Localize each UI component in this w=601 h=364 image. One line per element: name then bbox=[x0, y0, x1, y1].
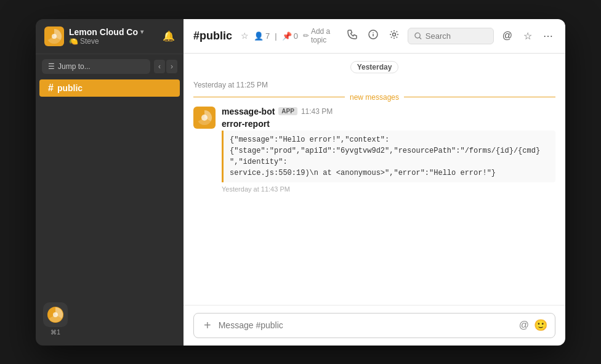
day-divider: Yesterday bbox=[184, 54, 565, 81]
messages-area[interactable]: Yesterday Yesterday at 11:25 PM new mess… bbox=[184, 54, 565, 305]
sender-name: message-bot bbox=[222, 107, 275, 116]
workspace-logo bbox=[44, 26, 64, 46]
gear-icon bbox=[389, 30, 399, 39]
message-time: 11:43 PM bbox=[301, 107, 333, 116]
message-add-button[interactable]: + bbox=[201, 318, 214, 333]
divider-timestamp: Yesterday at 11:25 PM bbox=[184, 81, 565, 93]
channel-header: #public ☆ 👤 7 | 📌 0 ✏ Add a topic bbox=[184, 19, 565, 54]
app-logo-icon bbox=[47, 306, 64, 323]
add-topic-button[interactable]: ✏ Add a topic bbox=[303, 27, 333, 44]
message-input-box: + @ 🙂 bbox=[193, 313, 555, 338]
header-actions-left: ☆ 👤 7 | 📌 0 ✏ Add a topic bbox=[241, 27, 333, 44]
new-messages-label: new messages bbox=[350, 93, 399, 102]
jump-to-label: Jump to... bbox=[58, 62, 91, 71]
svg-point-3 bbox=[53, 312, 58, 317]
svg-line-9 bbox=[419, 37, 421, 39]
member-icon: 👤 bbox=[254, 31, 264, 41]
channel-title: #public bbox=[193, 30, 232, 42]
pin-count-label: 📌 0 bbox=[282, 31, 298, 41]
info-icon bbox=[368, 30, 378, 39]
jump-to-row: ☰ Jump to... ‹ › bbox=[36, 54, 184, 79]
search-input[interactable] bbox=[426, 31, 487, 41]
bookmark-button[interactable]: ☆ bbox=[521, 28, 534, 44]
main-content: #public ☆ 👤 7 | 📌 0 ✏ Add a topic bbox=[184, 19, 565, 346]
sidebar: Lemon Cloud Co ▾ 🍋 Steve 🔔 ☰ Jump to... … bbox=[36, 19, 184, 346]
more-button[interactable]: ⋯ bbox=[541, 28, 555, 44]
info-button[interactable] bbox=[366, 27, 381, 44]
svg-point-6 bbox=[373, 32, 374, 33]
app-icon[interactable] bbox=[43, 302, 68, 327]
message-footer-timestamp: Yesterday at 11:43 PM bbox=[222, 185, 555, 193]
avatar bbox=[193, 107, 216, 129]
pin-icon: 📌 bbox=[282, 31, 292, 41]
nav-prev-button[interactable]: ‹ bbox=[154, 60, 165, 73]
search-box[interactable] bbox=[408, 28, 494, 44]
sidebar-item-public[interactable]: # public bbox=[39, 79, 180, 97]
phone-button[interactable] bbox=[345, 27, 360, 44]
new-messages-divider: new messages bbox=[193, 93, 555, 102]
jump-to-button[interactable]: ☰ Jump to... bbox=[42, 59, 150, 74]
workspace-logo-icon bbox=[46, 28, 63, 45]
search-icon bbox=[414, 32, 422, 40]
app-shortcut-label: ⌘1 bbox=[50, 329, 60, 336]
svg-point-1 bbox=[52, 34, 57, 39]
edit-icon: ✏ bbox=[303, 31, 309, 40]
workspace-name[interactable]: Lemon Cloud Co ▾ bbox=[69, 27, 143, 37]
channel-name-label: public bbox=[57, 83, 83, 93]
message-input[interactable] bbox=[219, 320, 514, 330]
user-emoji: 🍋 bbox=[69, 37, 78, 46]
user-name: Steve bbox=[80, 37, 99, 46]
jump-to-icon: ☰ bbox=[48, 62, 55, 71]
mention-button[interactable]: @ bbox=[500, 28, 515, 44]
member-count-label: 👤 7 bbox=[254, 31, 270, 41]
svg-point-11 bbox=[201, 115, 208, 121]
message-block: message-bot APP 11:43 PM error-report {"… bbox=[184, 102, 565, 198]
user-status: 🍋 Steve bbox=[69, 37, 143, 46]
header-right: @ ☆ ⋯ bbox=[345, 27, 555, 44]
workspace-name-area: Lemon Cloud Co ▾ 🍋 Steve bbox=[69, 27, 143, 46]
bot-avatar-icon bbox=[193, 107, 216, 129]
day-label: Yesterday bbox=[350, 61, 399, 73]
svg-point-7 bbox=[392, 33, 395, 36]
phone-icon bbox=[347, 30, 357, 39]
channel-star-icon[interactable]: ☆ bbox=[241, 31, 249, 41]
new-messages-line bbox=[193, 97, 345, 97]
new-messages-line-right bbox=[404, 97, 555, 97]
message-meta: message-bot APP 11:43 PM bbox=[222, 107, 555, 116]
pin-separator: | bbox=[275, 31, 276, 41]
app-indicator: ⌘1 bbox=[43, 302, 68, 336]
message-emoji-button[interactable]: 🙂 bbox=[534, 318, 547, 332]
workspace-info: Lemon Cloud Co ▾ 🍋 Steve bbox=[44, 26, 143, 46]
workspace-chevron: ▾ bbox=[140, 28, 143, 35]
message-body: message-bot APP 11:43 PM error-report {"… bbox=[222, 107, 555, 193]
message-code: {"message":"Hello error!","context": {"s… bbox=[222, 131, 555, 182]
settings-button[interactable] bbox=[387, 27, 401, 44]
sidebar-header: Lemon Cloud Co ▾ 🍋 Steve 🔔 bbox=[36, 19, 184, 54]
message-mention-button[interactable]: @ bbox=[519, 320, 529, 331]
nav-arrows: ‹ › bbox=[154, 60, 177, 73]
bell-icon[interactable]: 🔔 bbox=[163, 30, 175, 42]
app-badge: APP bbox=[278, 107, 297, 115]
message-input-area: + @ 🙂 bbox=[184, 305, 565, 346]
svg-point-8 bbox=[415, 33, 420, 38]
channel-hash-icon: # bbox=[48, 83, 54, 94]
nav-next-button[interactable]: › bbox=[166, 60, 177, 73]
message-title: error-report bbox=[222, 119, 555, 129]
